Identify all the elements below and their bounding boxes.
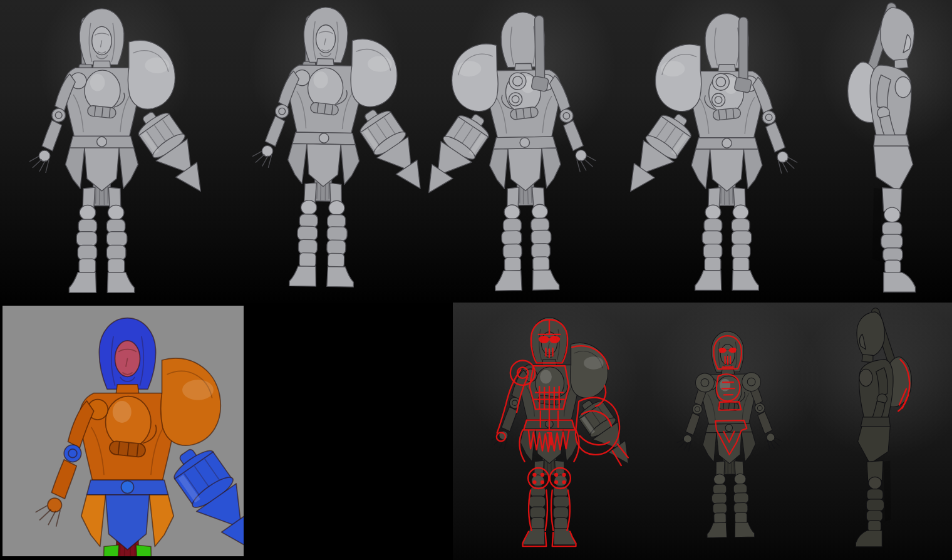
sculpt-front-view [9, 3, 194, 298]
sculpt-profile-view [838, 4, 936, 298]
polypaint-backdrop [3, 306, 244, 556]
sculpt-turnaround-row [0, 0, 952, 303]
dark-render-sketch-overlay [475, 313, 623, 549]
empty-black-panel [244, 303, 453, 560]
sculpt-back-view [631, 8, 822, 296]
sculpt-three-quarter-back-view [428, 4, 621, 297]
sculpt-reference-board [0, 0, 952, 560]
dark-render-profile [827, 309, 931, 552]
dark-render-three-quarter [660, 314, 799, 554]
polypaint-render-panel [0, 303, 244, 560]
sculpt-three-quarter-front-view [230, 0, 417, 293]
concept-overlay-panel [453, 303, 952, 560]
